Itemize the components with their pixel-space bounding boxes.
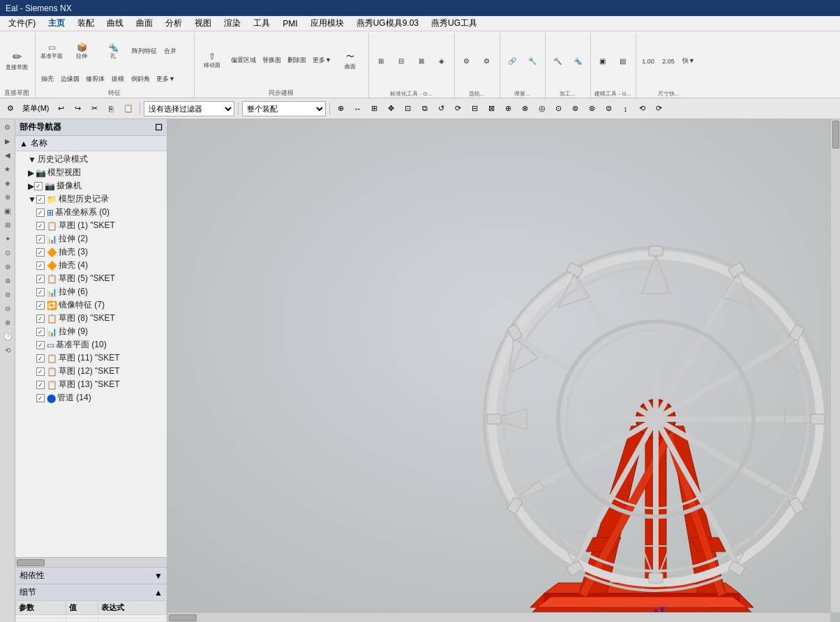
viewport-hscroll[interactable] xyxy=(167,612,830,622)
item9-cb[interactable]: ✓ xyxy=(36,328,45,336)
item7-cb[interactable]: ✓ xyxy=(36,301,45,310)
menu-pmi[interactable]: PMI xyxy=(277,17,303,30)
btn-q5[interactable]: ⊡ xyxy=(400,101,416,116)
btn-q2[interactable]: ↔ xyxy=(350,101,366,116)
menu-tools[interactable]: 工具 xyxy=(248,16,276,31)
tree-item-13[interactable]: ✓ 📋 草图 (13) "SKET xyxy=(33,378,165,391)
btn-shell[interactable]: 抽壳 xyxy=(38,70,57,88)
nav-tree[interactable]: ▼ 历史记录模式 ▶ 📷 模型视图 ▶ ✓ 📷 摄像机 ▼ ✓ 📁 模 xyxy=(15,151,167,557)
hscroll-thumb[interactable] xyxy=(169,614,197,621)
btn-replace-face[interactable]: 替换面 xyxy=(260,52,284,70)
tree-item-6[interactable]: ✓ 📊 拉伸 (6) xyxy=(33,285,165,298)
item0-cb[interactable]: ✓ xyxy=(36,208,45,217)
tree-item-3[interactable]: ✓ 🔶 抽壳 (3) xyxy=(33,245,165,259)
filter-select[interactable]: 没有选择过滤器 xyxy=(144,101,234,116)
strip-btn-settings[interactable]: ⚙ xyxy=(1,121,14,133)
btn-move-face[interactable]: ⇧ 移动面 xyxy=(197,43,227,79)
cam-checkbox[interactable]: ✓ xyxy=(34,182,43,190)
btn-build-1[interactable]: ▣ xyxy=(593,52,613,70)
tree-item-9[interactable]: ✓ 📊 拉伸 (9) xyxy=(33,325,165,338)
btn-q3[interactable]: ⊞ xyxy=(367,101,382,116)
strip-btn-8[interactable]: ✦ xyxy=(1,232,14,245)
strip-btn-11[interactable]: ⊛ xyxy=(1,274,14,287)
strip-btn-14[interactable]: ⊗ xyxy=(1,316,14,328)
btn-q12[interactable]: ⊗ xyxy=(518,101,533,116)
menu-home[interactable]: 主页 xyxy=(43,16,70,31)
btn-q8[interactable]: ⟳ xyxy=(451,101,466,116)
tree-item-10[interactable]: ✓ ▭ 基准平面 (10) xyxy=(33,338,165,351)
tree-item-0[interactable]: ✓ ⊞ 基准坐标系 (0) xyxy=(33,206,165,219)
tree-item-8[interactable]: ✓ 📋 草图 (8) "SKET xyxy=(33,312,165,325)
strip-btn-1[interactable]: ▶ xyxy=(1,135,14,147)
sidebar-hscroll[interactable] xyxy=(15,557,167,567)
tree-history-mode[interactable]: ▼ 历史记录模式 xyxy=(25,153,165,166)
btn-draft[interactable]: 拔模 xyxy=(108,70,128,88)
btn-sync-more[interactable]: 更多▼ xyxy=(310,52,334,70)
vscroll-thumb[interactable] xyxy=(832,121,839,149)
viewport-vscroll[interactable] xyxy=(830,119,840,612)
strip-btn-5[interactable]: ⊕ xyxy=(1,190,14,203)
menu-yanxiu-mold[interactable]: 燕秀UG模具9.03 xyxy=(351,16,424,31)
strip-btn-9[interactable]: ⊙ xyxy=(1,246,14,259)
detail-expand-icon[interactable]: ▲ xyxy=(154,588,163,598)
menu-curve[interactable]: 曲线 xyxy=(101,16,129,31)
strip-btn-16[interactable]: ⟲ xyxy=(1,344,14,356)
item5-cb[interactable]: ✓ xyxy=(36,275,45,283)
btn-feature-more[interactable]: 更多▼ xyxy=(153,70,178,88)
btn-q20[interactable]: ⟳ xyxy=(652,101,667,116)
strip-btn-15[interactable]: 🕐 xyxy=(1,330,14,342)
viewport[interactable]: Y X xyxy=(167,119,840,622)
btn-pattern-feature[interactable]: 阵列特征 xyxy=(129,42,160,60)
strip-btn-12[interactable]: ⊜ xyxy=(1,288,14,301)
menu-app-module[interactable]: 应用模块 xyxy=(305,16,350,31)
btn-undo[interactable]: ↩ xyxy=(54,101,69,116)
mh-checkbox[interactable]: ✓ xyxy=(36,195,45,204)
sort-icon[interactable]: ▲ xyxy=(20,139,28,149)
btn-mach-1[interactable]: 🔨 xyxy=(548,52,567,70)
btn-mach-2[interactable]: 🔩 xyxy=(568,52,587,70)
btn-q10[interactable]: ⊠ xyxy=(484,101,500,116)
item4-cb[interactable]: ✓ xyxy=(36,261,45,270)
tree-item-2[interactable]: ✓ 📊 拉伸 (2) xyxy=(33,232,165,245)
btn-hole[interactable]: 🔩 孔 xyxy=(98,33,128,69)
item10-cb[interactable]: ✓ xyxy=(36,341,45,349)
strip-btn-10[interactable]: ⊚ xyxy=(1,260,14,273)
menu-view[interactable]: 视图 xyxy=(189,16,217,31)
btn-extrude[interactable]: 📦 拉伸 xyxy=(66,33,97,69)
tree-camera[interactable]: ▶ ✓ 📷 摄像机 xyxy=(25,179,165,192)
btn-edge-blend[interactable]: 边缘圆 xyxy=(58,70,82,88)
detail-header[interactable]: 细节 ▲ xyxy=(15,584,167,600)
strip-btn-2[interactable]: ◀ xyxy=(1,149,14,161)
btn-q17[interactable]: ⊜ xyxy=(601,101,617,116)
item13-cb[interactable]: ✓ xyxy=(36,381,45,389)
dependency-panel[interactable]: 相依性 ▼ xyxy=(15,567,167,584)
menu-file[interactable]: 文件(F) xyxy=(3,16,41,31)
btn-sketch[interactable]: ✏ 直接草图 xyxy=(1,43,32,79)
menu-assembly[interactable]: 装配 xyxy=(72,16,100,31)
menu-analysis[interactable]: 分析 xyxy=(160,16,188,31)
sidebar-close-icon[interactable]: ☐ xyxy=(155,123,163,132)
btn-dim-1[interactable]: 1.00 xyxy=(638,52,658,70)
btn-redo[interactable]: ↪ xyxy=(70,101,86,116)
item3-cb[interactable]: ✓ xyxy=(36,248,45,257)
btn-merge[interactable]: 合并 xyxy=(160,42,180,60)
btn-gear-2[interactable]: ⚙ xyxy=(477,52,497,70)
menu-render[interactable]: 渲染 xyxy=(218,16,246,31)
btn-offset-region[interactable]: 偏置区域 xyxy=(228,52,259,70)
btn-paste[interactable]: 📋 xyxy=(121,101,136,116)
btn-dim-2[interactable]: 2.05 xyxy=(659,52,678,70)
btn-std-2[interactable]: ⊟ xyxy=(391,52,411,70)
btn-q18[interactable]: ↕ xyxy=(618,101,633,116)
btn-chamfer[interactable]: 倒斜角 xyxy=(128,70,153,88)
strip-btn-13[interactable]: ⊝ xyxy=(1,302,14,314)
btn-q6[interactable]: ⧉ xyxy=(417,101,433,116)
item6-cb[interactable]: ✓ xyxy=(36,288,45,296)
item11-cb[interactable]: ✓ xyxy=(36,354,45,363)
item2-cb[interactable]: ✓ xyxy=(36,235,45,243)
item12-cb[interactable]: ✓ xyxy=(36,367,45,376)
item1-cb[interactable]: ✓ xyxy=(36,222,45,230)
btn-q11[interactable]: ⊕ xyxy=(501,101,516,116)
btn-trim[interactable]: 修剪体 xyxy=(83,70,107,88)
menu-surface[interactable]: 曲面 xyxy=(130,16,158,31)
btn-build-2[interactable]: ▤ xyxy=(613,52,633,70)
